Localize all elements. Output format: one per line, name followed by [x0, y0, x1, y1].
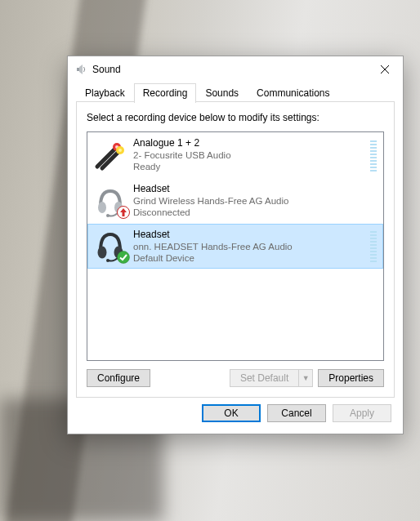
set-default-button[interactable]: Set Default — [230, 369, 299, 387]
device-name: Analogue 1 + 2 — [133, 137, 365, 149]
recording-device-list[interactable]: Analogue 1 + 2 2- Focusrite USB Audio Re… — [87, 131, 384, 361]
sound-dialog-window: Sound Playback Recording Sounds Communic… — [67, 56, 404, 434]
properties-button[interactable]: Properties — [318, 369, 384, 387]
svg-marker-1 — [79, 65, 83, 74]
close-button[interactable] — [366, 57, 403, 82]
level-meter — [370, 139, 377, 171]
device-desc: 2- Focusrite USB Audio — [133, 149, 365, 161]
svg-rect-0 — [77, 68, 79, 71]
device-item[interactable]: Analogue 1 + 2 2- Focusrite USB Audio Re… — [87, 132, 383, 178]
level-meter — [370, 229, 377, 262]
device-name: Headset — [133, 183, 377, 195]
device-text: Headset onn. HEADSET Hands-Free AG Audio… — [133, 229, 365, 265]
window-title: Sound — [92, 64, 366, 75]
chevron-down-icon[interactable]: ▼ — [299, 369, 313, 387]
rca-cable-icon — [92, 139, 128, 171]
device-item[interactable]: Headset onn. HEADSET Hands-Free AG Audio… — [87, 224, 383, 269]
headset-icon — [92, 185, 128, 217]
svg-point-17 — [106, 259, 109, 262]
cancel-button[interactable]: Cancel — [267, 404, 326, 422]
device-status: Default Device — [133, 252, 365, 264]
default-check-badge-icon — [117, 251, 130, 264]
close-icon — [381, 65, 389, 73]
tab-sounds[interactable]: Sounds — [196, 83, 248, 102]
device-text: Analogue 1 + 2 2- Focusrite USB Audio Re… — [133, 137, 365, 173]
set-default-splitbutton[interactable]: Set Default ▼ — [230, 369, 313, 387]
dialog-button-row: OK Cancel Apply — [68, 404, 403, 434]
ok-button[interactable]: OK — [202, 404, 261, 422]
device-text: Headset Grind Wireless Hands-Free AG Aud… — [133, 183, 377, 219]
configure-button[interactable]: Configure — [87, 369, 150, 387]
headset-icon — [92, 229, 128, 262]
device-status: Disconnected — [133, 207, 377, 218]
recording-tab-page: Select a recording device below to modif… — [76, 102, 395, 398]
device-list-buttons: Configure Set Default ▼ Properties — [87, 369, 384, 387]
svg-point-10 — [98, 202, 106, 213]
titlebar[interactable]: Sound — [68, 56, 403, 82]
svg-point-9 — [118, 149, 122, 152]
tab-strip: Playback Recording Sounds Communications — [68, 82, 403, 102]
device-status: Ready — [133, 161, 365, 172]
disconnected-badge-icon — [117, 206, 130, 219]
svg-point-15 — [98, 247, 107, 259]
device-name: Headset — [133, 229, 365, 241]
tab-communications[interactable]: Communications — [248, 83, 338, 102]
svg-point-12 — [106, 214, 109, 217]
device-item[interactable]: Headset Grind Wireless Hands-Free AG Aud… — [87, 178, 383, 224]
device-desc: onn. HEADSET Hands-Free AG Audio — [133, 241, 365, 252]
svg-point-18 — [118, 252, 130, 264]
sound-icon — [74, 63, 87, 76]
tab-recording[interactable]: Recording — [134, 83, 197, 103]
apply-button[interactable]: Apply — [333, 404, 391, 422]
prompt-text: Select a recording device below to modif… — [87, 112, 384, 123]
tab-playback[interactable]: Playback — [76, 83, 134, 102]
device-desc: Grind Wireless Hands-Free AG Audio — [133, 195, 377, 207]
